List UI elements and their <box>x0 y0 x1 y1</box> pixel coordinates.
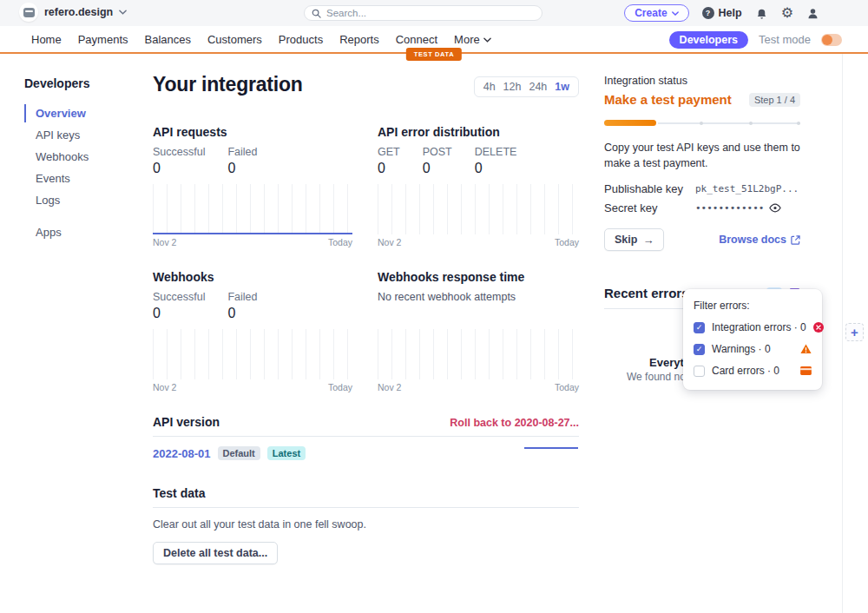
stat-successful: Successful 0 <box>153 291 205 327</box>
chevron-down-icon <box>672 11 679 16</box>
webhooks-chart <box>153 329 352 379</box>
nav-item-connect[interactable]: Connect <box>396 33 437 46</box>
nav-item-reports[interactable]: Reports <box>339 33 379 46</box>
time-range-selector: 4h 12h 24h 1w <box>474 76 579 97</box>
publishable-key-value[interactable]: pk_test_51L2bgP... <box>695 183 799 194</box>
filter-option-integration-errors[interactable]: ✓ Integration errors · 0 <box>694 321 812 333</box>
progress-fill <box>604 120 656 126</box>
nav-more-label: More <box>454 33 480 46</box>
rollback-link[interactable]: Roll back to 2020-08-27... <box>450 417 579 429</box>
nav-item-products[interactable]: Products <box>279 33 323 46</box>
progress-dot <box>797 122 800 125</box>
nav-item-balances[interactable]: Balances <box>145 33 191 46</box>
help-button[interactable]: ? Help <box>702 7 742 19</box>
card-title: API error distribution <box>378 125 579 139</box>
test-data-section: Test data Clear out all your test data i… <box>153 486 579 564</box>
chart-end-label: Today <box>555 237 579 247</box>
stat-value: 0 <box>227 161 257 176</box>
nav-item-more[interactable]: More <box>454 33 491 46</box>
gear-icon[interactable]: ⚙ <box>781 6 793 20</box>
add-annotation-button[interactable]: + <box>845 323 864 341</box>
range-4h[interactable]: 4h <box>483 81 496 93</box>
account-switcher[interactable]: refero.design <box>19 3 127 22</box>
browse-docs-link[interactable]: Browse docs <box>719 234 800 246</box>
external-link-icon <box>791 235 800 245</box>
question-circle-icon: ? <box>702 7 714 19</box>
sidebar-item-apps[interactable]: Apps <box>24 223 137 241</box>
stat-value: 0 <box>227 306 257 321</box>
stat-label: GET <box>378 146 400 158</box>
sidebar-item-logs[interactable]: Logs <box>24 191 137 209</box>
chart-start-label: Nov 2 <box>153 382 176 392</box>
sidebar-item-api-keys[interactable]: API keys <box>24 126 137 144</box>
warning-triangle-icon <box>800 344 812 354</box>
test-data-description: Clear out all your test data in one fell… <box>153 518 579 531</box>
user-icon[interactable] <box>806 7 819 20</box>
api-requests-chart <box>153 184 352 234</box>
card-title: API requests <box>153 125 352 139</box>
dashboard-screen: refero.design Search... Create ? Help ⚙ … <box>0 0 868 613</box>
secret-key-label: Secret key <box>604 201 695 214</box>
integration-description: Copy your test API keys and use them to … <box>604 140 800 171</box>
stat-label: Successful <box>153 146 205 158</box>
chevron-down-icon <box>483 37 491 43</box>
top-bar-actions: Create ? Help ⚙ <box>624 3 819 23</box>
checkbox[interactable] <box>694 366 705 377</box>
checkbox[interactable]: ✓ <box>694 322 705 333</box>
section-title: Test data <box>153 486 205 500</box>
sidebar-item-overview[interactable]: Overview <box>24 104 137 122</box>
chart-end-label: Today <box>555 382 579 392</box>
developers-pill-button[interactable]: Developers <box>669 31 748 49</box>
empty-state-subtitle: We found no <box>627 371 686 383</box>
stat-post: POST 0 <box>423 146 452 182</box>
stat-value: 0 <box>378 161 400 176</box>
step-title: Make a test payment <box>604 92 732 107</box>
stat-label: POST <box>423 146 452 158</box>
empty-note: No recent webhook attempts <box>378 291 516 327</box>
empty-state-title: Everyt <box>649 356 684 369</box>
stat-value: 0 <box>153 161 205 176</box>
integration-status-label: Integration status <box>604 75 800 87</box>
nav-item-customers[interactable]: Customers <box>207 33 262 46</box>
eye-icon[interactable] <box>769 203 781 213</box>
filter-option-label: Card errors · 0 <box>712 365 779 377</box>
filter-option-warnings[interactable]: ✓ Warnings · 0 <box>694 343 812 355</box>
progress-dot <box>700 122 703 125</box>
stat-failed: Failed 0 <box>227 291 257 327</box>
api-error-distribution-chart <box>378 184 579 234</box>
delete-test-data-button[interactable]: Delete all test data... <box>153 542 278 564</box>
api-version-section: API version Roll back to 2020-08-27... 2… <box>153 415 579 460</box>
sidebar-title: Developers <box>24 76 137 90</box>
range-12h[interactable]: 12h <box>503 81 522 93</box>
credit-card-icon <box>800 366 812 375</box>
search-input[interactable]: Search... <box>304 5 542 21</box>
stat-label: Failed <box>227 291 257 303</box>
arrow-right-icon: → <box>642 234 654 246</box>
sidebar-item-webhooks[interactable]: Webhooks <box>24 148 137 166</box>
filter-errors-popup: Filter errors: ✓ Integration errors · 0 … <box>683 289 822 390</box>
test-mode-toggle[interactable] <box>821 34 842 46</box>
sidebar-item-events[interactable]: Events <box>24 169 137 188</box>
create-button-label: Create <box>635 7 667 19</box>
browse-docs-label: Browse docs <box>719 234 786 246</box>
filter-option-label: Warnings · 0 <box>712 343 771 355</box>
filter-option-card-errors[interactable]: Card errors · 0 <box>694 365 812 377</box>
nav-item-home[interactable]: Home <box>31 33 62 46</box>
test-mode-label: Test mode <box>759 33 811 46</box>
error-circle-icon <box>813 322 824 333</box>
stat-label: DELETE <box>475 146 517 158</box>
range-24h[interactable]: 24h <box>529 81 547 93</box>
create-button[interactable]: Create <box>624 4 688 22</box>
test-data-badge: TEST DATA <box>406 48 462 61</box>
progress-dot <box>749 122 753 125</box>
checkbox[interactable]: ✓ <box>694 344 705 355</box>
nav-item-payments[interactable]: Payments <box>78 33 128 46</box>
bell-icon[interactable] <box>755 6 768 20</box>
stat-label: Successful <box>153 291 205 303</box>
range-1w[interactable]: 1w <box>555 81 569 93</box>
content-right-divider <box>842 54 843 613</box>
card-title: Webhooks <box>153 270 352 284</box>
stat-delete: DELETE 0 <box>475 146 517 182</box>
skip-button[interactable]: Skip → <box>604 228 664 251</box>
api-version-link[interactable]: 2022-08-01 <box>153 447 211 460</box>
